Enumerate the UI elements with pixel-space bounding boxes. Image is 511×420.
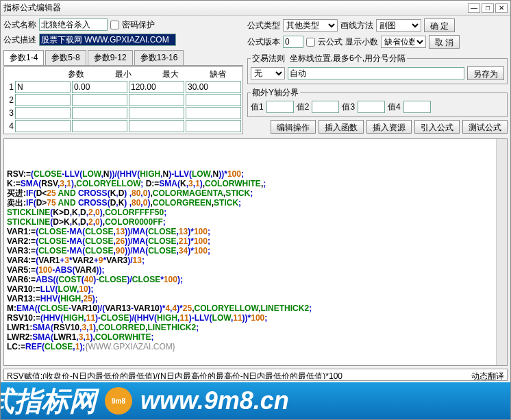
- dyn-translate[interactable]: 动态翻译: [471, 371, 504, 379]
- param-max-input[interactable]: [129, 120, 184, 132]
- param-name-input[interactable]: [15, 81, 71, 93]
- trade-fieldset: 交易法则 坐标线位置,最多6个,用分号分隔 无 另存为: [247, 53, 508, 84]
- param-row: 1: [5, 81, 241, 93]
- v1-input[interactable]: [266, 101, 294, 113]
- draw-select[interactable]: 副图: [376, 19, 421, 32]
- type-select[interactable]: 其他类型: [283, 19, 338, 32]
- param-def-input[interactable]: [186, 120, 241, 132]
- param-max-input[interactable]: [129, 81, 184, 93]
- param-min-input[interactable]: [72, 94, 127, 106]
- name-label: 公式名称: [3, 19, 36, 31]
- test-button[interactable]: 测试公式: [462, 120, 508, 134]
- footer-banner: 式指标网 9m8 www.9m8.cn: [1, 382, 510, 419]
- tab-params-9-12[interactable]: 参数9-12: [88, 50, 133, 65]
- tab-params-13-16[interactable]: 参数13-16: [134, 50, 184, 65]
- param-tabs: 参数1-4 参数5-8 参数9-12 参数13-16: [3, 50, 243, 66]
- param-row: 4: [5, 120, 241, 132]
- type-label: 公式类型: [247, 20, 280, 32]
- param-max-input[interactable]: [129, 94, 184, 106]
- param-def-input[interactable]: [186, 81, 241, 93]
- param-name-input[interactable]: [15, 107, 71, 119]
- col-def: 缺省: [195, 69, 241, 80]
- param-row: 3: [5, 107, 241, 119]
- ver-input[interactable]: [283, 36, 303, 48]
- footer-logo-icon: 9m8: [105, 387, 132, 415]
- v3-input[interactable]: [358, 101, 385, 113]
- window-title: 指标公式编辑器: [3, 2, 466, 14]
- pwd-label: 密码保护: [122, 19, 155, 31]
- dec-label: 显示小数: [345, 36, 378, 48]
- param-min-input[interactable]: [72, 107, 127, 119]
- param-min-input[interactable]: [72, 81, 127, 93]
- top-panel: 公式名称 密码保护 公式描述 参数1-4 参数5-8 参数9-12 参数13-1…: [1, 16, 510, 137]
- code-editor[interactable]: RSV:=(CLOSE-LLV(LOW,N))/(HHV(HIGH,N)-LLV…: [3, 138, 508, 366]
- v4-input[interactable]: [403, 101, 431, 113]
- param-grid: 参数 最小 最大 缺省 1234: [3, 66, 243, 134]
- param-name-input[interactable]: [15, 120, 71, 132]
- trade-select[interactable]: 无: [251, 67, 285, 79]
- dec-select[interactable]: 缺省位数: [381, 36, 426, 48]
- cloud-label: 云公式: [318, 36, 342, 48]
- coord-input[interactable]: [288, 67, 464, 79]
- footer-left: 式指标网: [1, 382, 97, 419]
- import-button[interactable]: 引入公式: [414, 120, 460, 134]
- desc-label: 公式描述: [3, 34, 36, 46]
- desc-input[interactable]: [39, 34, 176, 46]
- close-icon[interactable]: ✕: [495, 3, 508, 13]
- param-def-input[interactable]: [186, 107, 241, 119]
- footer-url: www.9m8.cn: [140, 386, 289, 415]
- insres-button[interactable]: 插入资源: [366, 120, 412, 134]
- extray-fieldset: 额外Y轴分界 值1 值2 值3 值4: [247, 87, 508, 117]
- col-max: 最大: [148, 69, 194, 80]
- minimize-icon[interactable]: —: [468, 3, 480, 13]
- editor-window: 指标公式编辑器 — □ ✕ 公式名称 密码保护 公式描述 参数1-4 参数5-8…: [0, 0, 511, 420]
- v2-input[interactable]: [312, 101, 339, 113]
- param-min-input[interactable]: [72, 120, 127, 132]
- draw-label: 画线方法: [340, 20, 373, 32]
- maximize-icon[interactable]: □: [482, 3, 494, 13]
- col-param: 参数: [53, 69, 99, 80]
- param-name-input[interactable]: [15, 94, 71, 106]
- ok-button[interactable]: 确 定: [424, 18, 455, 32]
- cloud-checkbox[interactable]: [306, 38, 315, 47]
- hint-bar: RSV赋值:(收盘价-N日内最低价的最低值)/(N日内最高价的最高价-N日内最低…: [3, 369, 508, 381]
- tab-params-5-8[interactable]: 参数5-8: [45, 50, 86, 65]
- tab-params-1-4[interactable]: 参数1-4: [3, 50, 44, 65]
- cancel-button[interactable]: 取 消: [429, 35, 460, 49]
- pwd-checkbox[interactable]: [110, 21, 119, 29]
- insfn-button[interactable]: 插入函数: [319, 120, 364, 134]
- scrollbar-vertical[interactable]: [496, 139, 507, 365]
- editop-button[interactable]: 编辑操作: [271, 120, 316, 134]
- hint-text: RSV赋值:(收盘价-N日内最低价的最低值)/(N日内最高价的最高价-N日内最低…: [7, 371, 471, 379]
- name-input[interactable]: [39, 18, 108, 31]
- saveas-button[interactable]: 另存为: [467, 66, 504, 80]
- col-min: 最小: [100, 69, 146, 80]
- titlebar: 指标公式编辑器 — □ ✕: [1, 1, 510, 16]
- ver-label: 公式版本: [247, 36, 280, 48]
- param-row: 2: [5, 94, 241, 106]
- param-def-input[interactable]: [186, 94, 241, 106]
- param-max-input[interactable]: [129, 107, 184, 119]
